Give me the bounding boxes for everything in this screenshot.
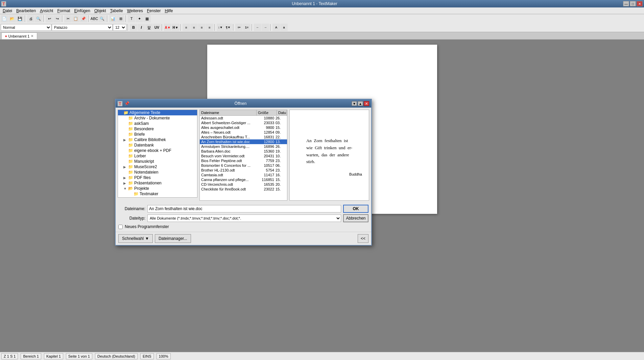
file-item-selected[interactable]: An Zorn festhalten ist wie.doc 12800 13.: [200, 139, 287, 144]
indent-increase-button[interactable]: →: [262, 24, 269, 31]
menu-tabelle[interactable]: Tabelle: [108, 8, 125, 14]
align-right-button[interactable]: ≡: [198, 24, 206, 31]
minimize-button[interactable]: —: [623, 1, 629, 6]
menu-objekt[interactable]: Objekt: [92, 8, 108, 14]
tree-item-notendateien[interactable]: 📁 Notendateien: [118, 170, 197, 175]
line-spacing-button[interactable]: ↕▼: [217, 24, 224, 31]
bold-button[interactable]: B: [130, 24, 137, 31]
tb-btn-extra2[interactable]: ✦: [136, 15, 143, 22]
tree-item-manuskript[interactable]: 📁 Manuskript: [118, 159, 197, 164]
tree-item-projekte[interactable]: ▼ 📂 Projekte: [118, 186, 197, 191]
style-dropdown[interactable]: Normal: [1, 24, 51, 31]
file-item[interactable]: Bios Fehler Pieptöne.odt 7759 23.: [200, 158, 287, 163]
open-button[interactable]: 📂: [8, 15, 16, 22]
tree-item-archiv[interactable]: 📁 Archiv - Dokumente: [118, 115, 197, 121]
schnellwahl-button[interactable]: Schnellwahl ▼: [118, 234, 153, 243]
file-item[interactable]: Besuch vom Vermieter.odt 20431 10.: [200, 154, 287, 158]
menu-ansicht[interactable]: Ansicht: [38, 8, 55, 14]
tree-item-praes[interactable]: ▶ 📁 Präsentationen: [118, 180, 197, 186]
folder-tree[interactable]: 📁 Allgemeine Texte 📁 Archiv - Dokumente …: [118, 110, 197, 198]
col-header-name[interactable]: Dateiname: [200, 110, 257, 115]
tree-item-textmaker[interactable]: 📁 Textmaker: [118, 191, 197, 197]
menu-weiteres[interactable]: Weiteres: [125, 8, 145, 14]
tb-btn-extra3[interactable]: ▦: [143, 15, 151, 22]
search-button[interactable]: 🔍: [98, 15, 106, 22]
font-size-small-button[interactable]: a: [280, 24, 288, 31]
file-item[interactable]: CD-Verzeichnis.odt 16535 20.: [200, 182, 287, 187]
new-window-label[interactable]: Neues Programmfenster: [125, 224, 169, 229]
file-item[interactable]: Checkliste für IhreBook.odt 23022 15.: [200, 187, 287, 192]
print-button[interactable]: 🖨: [27, 15, 34, 22]
chart-button[interactable]: 📊: [109, 15, 117, 22]
tree-item-calibre[interactable]: ▶ 📁 Calibre Bibliothek: [118, 137, 197, 142]
menu-hilfe[interactable]: Hilfe: [163, 8, 175, 14]
font-size-large-button[interactable]: A: [272, 24, 280, 31]
dateimanager-button[interactable]: Dateimanager...: [155, 234, 191, 243]
highlight-button[interactable]: H▼: [172, 24, 179, 31]
tb-btn-extra1[interactable]: T: [128, 15, 135, 22]
tree-item-allgemeine[interactable]: 📁 Allgemeine Texte: [118, 110, 197, 115]
file-item[interactable]: Alles ausgeschaltet.odt 9800 15.: [200, 125, 287, 130]
redo-button[interactable]: ↪: [53, 15, 61, 22]
maximize-button[interactable]: □: [630, 1, 636, 6]
dialog-minimize-button[interactable]: ▼: [352, 101, 357, 106]
list-ordered-button[interactable]: 1≡: [243, 24, 251, 31]
para-spacing-button[interactable]: ¶▼: [224, 24, 232, 31]
file-item[interactable]: Brother HL-2130.odt 5754 23.: [200, 168, 287, 173]
filetype-select[interactable]: Alle Dokumente (*.tmdx;*.tmvx;*.tmd;*.tm…: [147, 215, 341, 222]
col-header-date[interactable]: Datu: [277, 110, 287, 115]
dialog-close-button[interactable]: ✕: [364, 101, 369, 106]
menu-bearbeiten[interactable]: Bearbeiten: [14, 8, 38, 14]
tree-item-briefe[interactable]: 📁 Briefe: [118, 132, 197, 137]
file-item[interactable]: Adressen.odt 10880 26.: [200, 116, 287, 120]
copy-button[interactable]: 📋: [72, 15, 79, 22]
tree-item-lorber[interactable]: 📁 Lorber: [118, 153, 197, 159]
menu-fenster[interactable]: Fenster: [145, 8, 163, 14]
paste-button[interactable]: 📌: [80, 15, 87, 22]
file-item[interactable]: Anschreiben Bürokauffrau T... 16831 22.: [200, 135, 287, 139]
indent-decrease-button[interactable]: ←: [254, 24, 261, 31]
file-list[interactable]: Adressen.odt 10880 26. Albert Schweitzer…: [199, 115, 287, 201]
undo-button[interactable]: ↩: [46, 15, 53, 22]
size-dropdown[interactable]: 12: [113, 24, 126, 31]
tree-item-datenbank[interactable]: 📁 Datenbank: [118, 142, 197, 148]
font-dropdown[interactable]: Palazzo: [52, 24, 113, 31]
tree-item-musescore[interactable]: ▶ 📁 MuseScore2: [118, 164, 197, 170]
align-left-button[interactable]: ≡: [183, 24, 190, 31]
table-button[interactable]: ⊞: [117, 15, 124, 22]
new-window-checkbox[interactable]: [118, 225, 123, 229]
tree-item-pdf[interactable]: ▶ 📁 PDF files: [118, 175, 197, 180]
tab-unbenannt1[interactable]: ■ Unbenannt 1 ✕: [1, 32, 37, 39]
menu-einfuegen[interactable]: Einfügen: [72, 8, 92, 14]
file-item[interactable]: Albert Schweitzer-Geistiger ... 23033 03…: [200, 120, 287, 125]
align-justify-button[interactable]: ≡: [206, 24, 213, 31]
file-item[interactable]: Boismortier 6 Concertos for ... 10517 06…: [200, 163, 287, 168]
file-item[interactable]: Camtasia.odt 11417 16.: [200, 173, 287, 177]
tab-close-button[interactable]: ✕: [31, 34, 33, 38]
menu-datei[interactable]: Datei: [1, 8, 14, 14]
tree-item-quell[interactable]: 📁 Quell-Texte: [118, 197, 197, 198]
file-item[interactable]: Barbara Allen.doc 15360 19.: [200, 149, 287, 154]
spell-button[interactable]: ABC: [91, 15, 98, 22]
tree-item-asksam[interactable]: 📁 askSam: [118, 121, 197, 126]
new-button[interactable]: 📄: [1, 15, 8, 22]
dialog-maximize-button[interactable]: ▲: [358, 101, 363, 106]
tree-item-eigene[interactable]: 📁 eigene ebook + PDF: [118, 148, 197, 153]
menu-format[interactable]: Format: [55, 8, 72, 14]
list-unordered-button[interactable]: ≡•: [235, 24, 243, 31]
file-item[interactable]: Altes – Neues.odt 12854 09.: [200, 130, 287, 135]
align-center-button[interactable]: ≡: [190, 24, 198, 31]
filename-input[interactable]: [147, 205, 341, 212]
cut-button[interactable]: ✂: [64, 15, 72, 22]
close-button[interactable]: ✕: [637, 1, 643, 6]
ok-button[interactable]: OK: [343, 205, 368, 213]
col-header-size[interactable]: Größe: [257, 110, 277, 115]
italic-button[interactable]: I: [138, 24, 145, 31]
font-color-button[interactable]: A▼: [164, 24, 171, 31]
save-button[interactable]: 💾: [16, 15, 24, 22]
file-item[interactable]: Armstulpen Strickanleitung.... 16896 26.: [200, 144, 287, 149]
print-preview-button[interactable]: 🔍: [35, 15, 42, 22]
strikethrough-button[interactable]: UV: [153, 24, 161, 31]
file-item[interactable]: Canna pflanzen und pflege... 116851 15.: [200, 177, 287, 182]
collapse-button[interactable]: <<: [358, 234, 368, 243]
